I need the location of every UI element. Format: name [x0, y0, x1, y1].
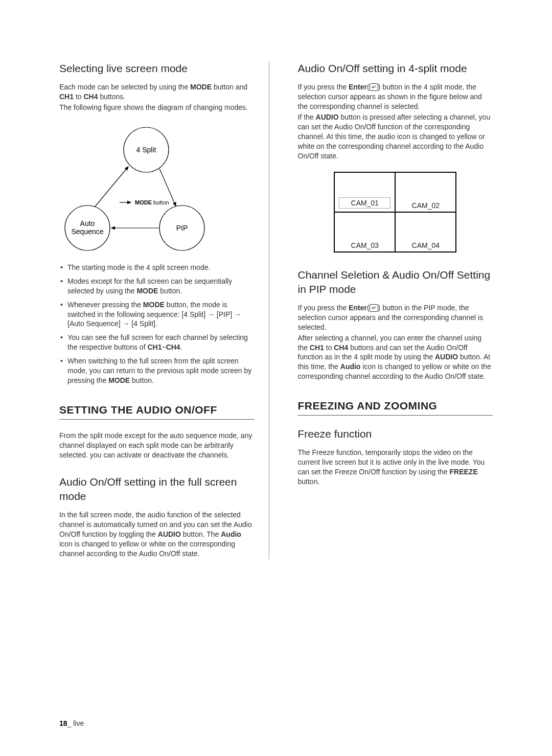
- four-split-figure: CAM_01 CAM_02 CAM_03 CAM_04: [334, 172, 456, 253]
- bullet-2: Modes except for the full screen can be …: [59, 277, 255, 296]
- bullet-3: Whenever pressing the MODE button, the m…: [59, 300, 255, 329]
- svg-text:4 Split: 4 Split: [136, 146, 156, 154]
- left-column: Selecting live screen mode Each mode can…: [59, 61, 269, 559]
- para-4split-2: If the AUDIO button is pressed after sel…: [298, 112, 493, 161]
- cam-label-4: CAM_04: [412, 241, 440, 249]
- cam-cell-2: CAM_02: [395, 172, 456, 212]
- heading-freeze-function: Freeze function: [298, 427, 493, 441]
- svg-line-9: [95, 167, 128, 207]
- enter-icon: ↵: [370, 304, 378, 312]
- heading-pip: Channel Seletion & Audio On/Off Setting …: [298, 268, 493, 296]
- svg-text:PIP: PIP: [176, 224, 188, 232]
- para-select-1: Each mode can be selected by using the M…: [59, 82, 255, 102]
- mode-diagram-svg: 4 Split Auto Sequence PIP MODE button: [59, 122, 223, 255]
- heading-freezing-zooming: FREEZING AND ZOOMING: [298, 400, 493, 412]
- heading-audio-4split: Audio On/Off setting in 4-split mode: [298, 61, 493, 75]
- heading-selecting-live-screen-mode: Selecting live screen mode: [59, 61, 255, 75]
- para-audio: From the split mode except for the auto …: [59, 431, 255, 460]
- para-pip-1: If you press the Enter(↵) button in the …: [298, 303, 493, 332]
- cam-cell-4: CAM_04: [395, 212, 456, 252]
- cam-label-1: CAM_01: [351, 199, 379, 207]
- cam-label-2: CAM_02: [412, 201, 440, 210]
- bullet-4: You can see the full screen for each cha…: [59, 333, 255, 352]
- mode-bullets: The starting mode is the 4 split screen …: [59, 263, 255, 385]
- rule-freeze: [298, 415, 493, 416]
- para-4split-1: If you press the Enter(↵) button in the …: [298, 82, 493, 111]
- mode-diagram: 4 Split Auto Sequence PIP MODE button: [59, 122, 255, 257]
- para-pip-2: After selecting a channel, you can enter…: [298, 333, 493, 381]
- svg-text:Sequence: Sequence: [71, 227, 103, 236]
- footer-section: _ live: [67, 719, 84, 727]
- cam-cell-1: CAM_01: [334, 172, 395, 212]
- page-footer: 18_ live: [59, 719, 84, 727]
- enter-icon: ↵: [370, 83, 378, 91]
- bullet-5: When switching to the full screen from t…: [59, 356, 255, 385]
- bullet-1: The starting mode is the 4 split screen …: [59, 263, 255, 272]
- svg-text:MODE button: MODE button: [135, 199, 169, 205]
- cam-label-3: CAM_03: [351, 241, 379, 249]
- rule-audio: [59, 419, 255, 420]
- para-select-2: The following figure shows the diagram o…: [59, 103, 255, 112]
- page-number: 18: [59, 719, 67, 727]
- heading-audio-fullscreen: Audio On/Off setting in the full screen …: [59, 475, 255, 503]
- svg-text:Auto: Auto: [80, 219, 95, 227]
- para-freeze: The Freeze function, temporarily stops t…: [298, 448, 493, 487]
- right-column: Audio On/Off setting in 4-split mode If …: [298, 61, 493, 559]
- heading-setting-audio: SETTING THE AUDIO ON/OFF: [59, 404, 255, 416]
- para-audio-fullscreen: In the full screen mode, the audio funct…: [59, 510, 255, 558]
- cam-cell-3: CAM_03: [334, 212, 395, 252]
